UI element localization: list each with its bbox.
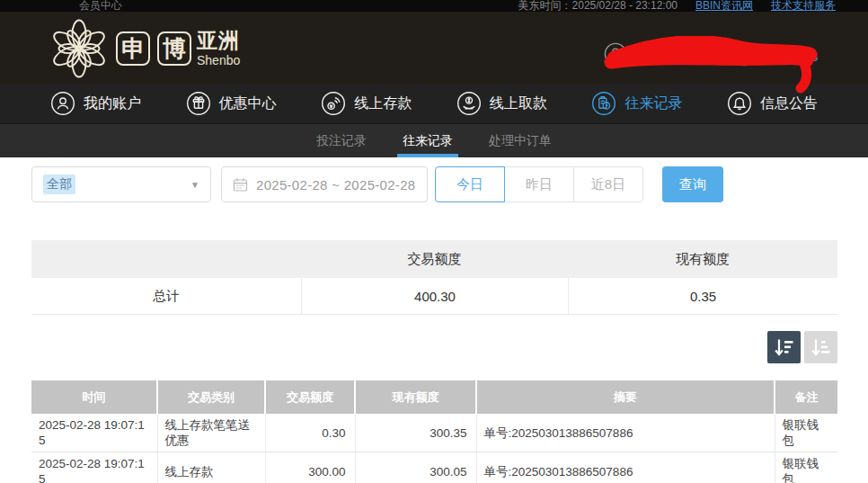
chevron-down-icon: ▼ bbox=[190, 180, 199, 190]
gift-icon bbox=[186, 91, 211, 116]
records-clipboard-icon bbox=[591, 91, 616, 116]
balance-text: 0.35 RMB bbox=[758, 49, 819, 64]
col-header-type: 交易类别 bbox=[157, 380, 265, 414]
nav-label: 优惠中心 bbox=[219, 94, 277, 113]
user-icon bbox=[50, 91, 75, 116]
yesterday-button[interactable]: 昨日 bbox=[504, 166, 574, 202]
sort-descending-button[interactable] bbox=[767, 331, 801, 363]
summary-table: 交易额度 现有额度 总计 400.30 0.35 bbox=[31, 240, 837, 315]
eastern-time-label: 美东时间：2025/02/28 - 23:12:00 bbox=[518, 0, 678, 12]
site-header: 申 博 亚洲 Shenbo 0.35 RMB bbox=[0, 12, 868, 84]
cell-summary: 单号:202503013886507886 bbox=[476, 452, 775, 483]
cell-type: 线上存款 bbox=[157, 452, 265, 483]
subtab-label: 投注记录 bbox=[316, 133, 367, 149]
cell-trade-amount: 300.00 bbox=[265, 452, 355, 483]
bell-icon bbox=[727, 91, 752, 116]
nav-label: 线上存款 bbox=[354, 94, 412, 113]
nav-item-my-account[interactable]: 我的账户 bbox=[50, 91, 141, 116]
col-header-time: 时间 bbox=[31, 380, 157, 414]
type-select[interactable]: 全部 ▼ bbox=[31, 166, 211, 202]
search-button[interactable]: 查询 bbox=[662, 166, 723, 202]
calendar-icon bbox=[233, 177, 248, 192]
records-table: 时间 交易类别 交易额度 现有额度 摘要 备注 2025-02-28 19:07… bbox=[31, 380, 837, 483]
user-info-area: 0.35 RMB bbox=[598, 12, 868, 84]
cell-remark: 银联钱包 bbox=[775, 414, 837, 452]
tab-betting-records[interactable]: 投注记录 bbox=[311, 124, 372, 157]
nav-label: 往来记录 bbox=[624, 94, 682, 113]
nav-item-promotions[interactable]: 优惠中心 bbox=[186, 91, 277, 116]
type-select-value: 全部 bbox=[43, 174, 75, 194]
tab-pending-orders[interactable]: 处理中订单 bbox=[483, 124, 557, 157]
col-header-balance: 现有额度 bbox=[355, 380, 476, 414]
page: 会员中心 美东时间：2025/02/28 - 23:12:00 BBIN资讯网 … bbox=[0, 0, 868, 483]
summary-header-trade: 交易额度 bbox=[301, 251, 568, 268]
sort-descending-icon bbox=[773, 336, 795, 359]
col-header-summary: 摘要 bbox=[476, 380, 775, 414]
today-button[interactable]: 今日 bbox=[435, 166, 505, 202]
flower-logo-icon bbox=[49, 19, 109, 78]
bbin-news-link[interactable]: BBIN资讯网 bbox=[695, 0, 753, 12]
tab-transaction-records[interactable]: 往来记录 bbox=[397, 124, 458, 157]
nav-item-deposit[interactable]: 线上存款 bbox=[321, 91, 412, 116]
cell-trade-amount: 0.30 bbox=[265, 414, 355, 452]
col-header-remark: 备注 bbox=[775, 380, 837, 414]
money-icon bbox=[733, 45, 755, 67]
subtab-bar: 投注记录 往来记录 处理中订单 bbox=[0, 123, 868, 157]
date-range-value: 2025-02-28 ~ 2025-02-28 bbox=[256, 177, 415, 192]
nav-item-announcements[interactable]: 信息公告 bbox=[727, 91, 818, 116]
summary-total-row: 总计 400.30 0.35 bbox=[31, 278, 837, 315]
subtab-label: 处理中订单 bbox=[489, 133, 552, 149]
avatar-icon bbox=[604, 42, 627, 66]
col-header-trade-amount: 交易额度 bbox=[265, 380, 355, 414]
site-logo[interactable]: 申 博 亚洲 Shenbo bbox=[49, 19, 240, 78]
active-tab-underline bbox=[397, 154, 458, 157]
cell-time: 2025-02-28 19:07:15 bbox=[31, 414, 157, 452]
tech-support-link[interactable]: 技术支持服务 bbox=[771, 0, 836, 12]
logo-char-bo: 博 bbox=[157, 31, 191, 66]
logo-en-text: Shenbo bbox=[197, 54, 240, 67]
top-utility-bar: 会员中心 美东时间：2025/02/28 - 23:12:00 BBIN资讯网 … bbox=[0, 0, 868, 12]
summary-header-balance: 现有额度 bbox=[568, 251, 837, 268]
cell-time: 2025-02-28 19:07:15 bbox=[31, 452, 157, 483]
cell-summary: 单号:202503013886507886 bbox=[476, 414, 775, 452]
sort-ascending-button[interactable] bbox=[804, 331, 837, 363]
cell-type: 线上存款笔笔送优惠 bbox=[157, 414, 265, 452]
nav-label: 我的账户 bbox=[84, 94, 141, 113]
sort-controls bbox=[31, 331, 837, 363]
logo-region-text: 亚洲 bbox=[197, 31, 240, 51]
logo-char-shen: 申 bbox=[116, 31, 150, 66]
member-center-link[interactable]: 会员中心 bbox=[79, 0, 122, 12]
records-header-row: 时间 交易类别 交易额度 现有额度 摘要 备注 bbox=[31, 380, 837, 414]
withdraw-hand-icon bbox=[456, 91, 482, 116]
nav-label: 线上取款 bbox=[490, 94, 547, 113]
nav-item-withdraw[interactable]: 线上取款 bbox=[456, 91, 547, 116]
sort-ascending-icon bbox=[810, 336, 832, 359]
summary-trade-total: 400.30 bbox=[301, 278, 568, 314]
table-row: 2025-02-28 19:07:15 线上存款 300.00 300.05 单… bbox=[31, 452, 837, 483]
summary-header-row: 交易额度 现有额度 bbox=[31, 240, 837, 278]
cell-balance: 300.35 bbox=[355, 414, 476, 452]
subtab-label: 往来记录 bbox=[403, 133, 453, 149]
quick-date-group: 今日 昨日 近8日 bbox=[435, 166, 643, 202]
date-range-input[interactable]: 2025-02-28 ~ 2025-02-28 bbox=[221, 166, 428, 202]
primary-nav: 我的账户 优惠中心 线上存款 线上取款 往来记录 信息公告 bbox=[0, 84, 868, 123]
table-row: 2025-02-28 19:07:15 线上存款笔笔送优惠 0.30 300.3… bbox=[31, 414, 837, 452]
summary-balance-total: 0.35 bbox=[568, 278, 837, 314]
cell-balance: 300.05 bbox=[355, 452, 476, 483]
last-8-days-button[interactable]: 近8日 bbox=[573, 166, 643, 202]
deposit-coin-icon bbox=[321, 91, 346, 116]
summary-total-label: 总计 bbox=[31, 288, 301, 305]
nav-item-transaction-records[interactable]: 往来记录 bbox=[591, 91, 682, 116]
cell-remark: 银联钱包 bbox=[775, 452, 837, 483]
nav-label: 信息公告 bbox=[760, 94, 818, 113]
